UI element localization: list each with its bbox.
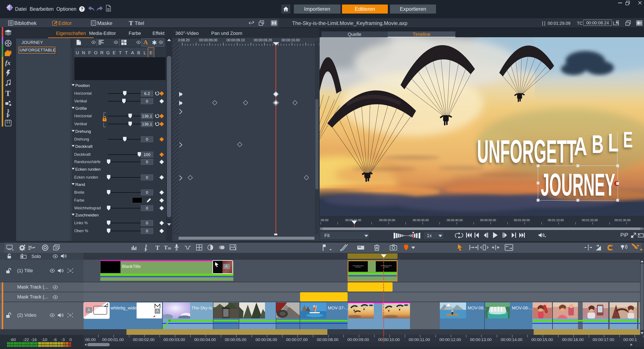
svg-text:A: A — [574, 132, 587, 160]
svg-text:UNFORGETT: UNFORGETT — [477, 134, 576, 170]
svg-text:JOURNEY: JOURNEY — [541, 167, 615, 202]
svg-text:E: E — [623, 127, 633, 152]
svg-text:L: L — [608, 128, 618, 157]
svg-text:W: W — [122, 40, 124, 42]
svg-text:B: B — [592, 130, 604, 158]
